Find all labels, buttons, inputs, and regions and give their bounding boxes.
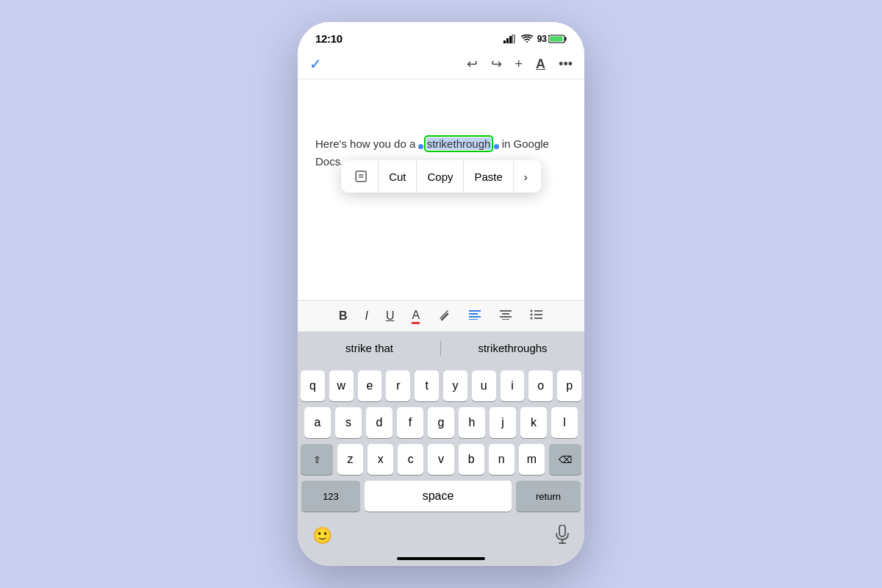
key-w[interactable]: w	[329, 370, 354, 401]
key-b[interactable]: b	[459, 444, 484, 475]
text-format-button[interactable]: A	[536, 57, 545, 72]
keyboard-row-1: q w e r t y u i o p	[301, 370, 581, 401]
paste-button[interactable]: Paste	[465, 160, 514, 193]
key-z[interactable]: z	[337, 444, 363, 475]
copy-button[interactable]: Copy	[417, 160, 464, 193]
home-indicator	[397, 557, 485, 560]
key-y[interactable]: y	[443, 370, 467, 401]
selection-handle-right	[494, 144, 499, 149]
signal-icon	[503, 35, 517, 43]
keyboard-row-4: 123 space return	[301, 481, 581, 512]
svg-rect-3	[512, 35, 514, 43]
status-bar: 12:10 93	[298, 22, 584, 49]
keyboard-row-3: ⇧ z x c v b n m ⌫	[301, 444, 581, 475]
key-r[interactable]: r	[386, 370, 410, 401]
svg-rect-7	[356, 171, 366, 182]
more-context-button[interactable]: ›	[514, 160, 538, 193]
key-a[interactable]: a	[304, 407, 331, 438]
autocomplete-option-1[interactable]: strike that	[298, 339, 441, 357]
bold-button[interactable]: B	[339, 309, 348, 323]
keyboard: q w e r t y u i o p a s d f g h j k l ⇧ …	[298, 365, 584, 520]
status-icons: 93	[503, 34, 567, 44]
text-before: Here's how you do a	[315, 137, 418, 150]
context-menu: Cut Copy Paste ›	[341, 160, 541, 193]
emoji-button[interactable]: 🙂	[312, 526, 332, 545]
check-button[interactable]: ✓	[309, 55, 322, 73]
space-key[interactable]: space	[365, 481, 512, 512]
underline-button[interactable]: U	[386, 309, 395, 323]
toolbar-actions: ↩ ↪ + A •••	[467, 56, 573, 72]
phone-frame: 12:10 93	[298, 22, 584, 566]
svg-rect-1	[506, 38, 509, 43]
undo-button[interactable]: ↩	[467, 56, 478, 72]
svg-rect-2	[509, 36, 512, 43]
numbers-key[interactable]: 123	[301, 481, 360, 512]
key-c[interactable]: c	[398, 444, 423, 475]
key-p[interactable]: p	[557, 370, 581, 401]
key-q[interactable]: q	[301, 370, 325, 401]
key-t[interactable]: t	[415, 370, 439, 401]
context-menu-area: Cut Copy Paste ›	[298, 79, 584, 123]
key-e[interactable]: e	[358, 370, 382, 401]
key-g[interactable]: g	[428, 407, 454, 438]
document-area: Here's how you do a strikethrough in Goo…	[298, 123, 584, 300]
keyboard-row-2: a s d f g h j k l	[301, 407, 581, 438]
key-i[interactable]: i	[501, 370, 525, 401]
highlight-button[interactable]	[437, 308, 451, 324]
key-l[interactable]: l	[551, 407, 578, 438]
list-button[interactable]	[530, 309, 543, 323]
home-indicator-area	[298, 554, 584, 566]
align-left-button[interactable]	[468, 309, 481, 323]
wifi-icon	[521, 35, 533, 43]
svg-point-24	[531, 318, 533, 320]
selected-text-container: strikethrough	[418, 137, 498, 150]
key-m[interactable]: m	[519, 444, 545, 475]
key-n[interactable]: n	[489, 444, 514, 475]
add-button[interactable]: +	[515, 57, 523, 72]
autocomplete-bar: strike that strikethroughs	[298, 331, 584, 365]
italic-button[interactable]: I	[365, 309, 368, 323]
key-f[interactable]: f	[397, 407, 423, 438]
key-h[interactable]: h	[459, 407, 485, 438]
more-button[interactable]: •••	[559, 57, 573, 72]
return-key[interactable]: return	[516, 481, 581, 512]
bottom-bar: 🙂	[298, 520, 584, 554]
cut-button[interactable]: Cut	[379, 160, 417, 193]
battery-percent: 93	[537, 34, 547, 44]
shift-key[interactable]: ⇧	[301, 444, 333, 475]
key-u[interactable]: u	[472, 370, 496, 401]
format-toolbar: B I U A	[298, 300, 584, 331]
status-time: 12:10	[315, 32, 343, 45]
selected-word: strikethrough	[426, 137, 492, 150]
svg-point-22	[531, 314, 533, 316]
key-x[interactable]: x	[368, 444, 393, 475]
align-center-button[interactable]	[499, 309, 512, 323]
key-v[interactable]: v	[428, 444, 453, 475]
app-toolbar: ✓ ↩ ↪ + A •••	[298, 49, 584, 79]
key-o[interactable]: o	[528, 370, 553, 401]
key-s[interactable]: s	[335, 407, 362, 438]
svg-line-11	[442, 314, 448, 320]
text-color-button[interactable]: A	[412, 309, 420, 324]
svg-rect-6	[550, 36, 563, 41]
mic-button[interactable]	[555, 525, 570, 547]
selection-handle-left	[418, 144, 423, 149]
svg-point-20	[531, 310, 533, 312]
svg-rect-26	[559, 525, 565, 537]
key-d[interactable]: d	[366, 407, 392, 438]
autocomplete-option-2[interactable]: strikethroughs	[441, 339, 584, 357]
battery-icon: 93	[537, 34, 567, 44]
backspace-key[interactable]: ⌫	[549, 444, 581, 475]
svg-rect-0	[503, 40, 506, 43]
key-k[interactable]: k	[520, 407, 547, 438]
key-j[interactable]: j	[490, 407, 516, 438]
svg-rect-5	[565, 37, 567, 40]
redo-button[interactable]: ↪	[491, 56, 502, 72]
context-menu-icon[interactable]	[344, 160, 379, 193]
